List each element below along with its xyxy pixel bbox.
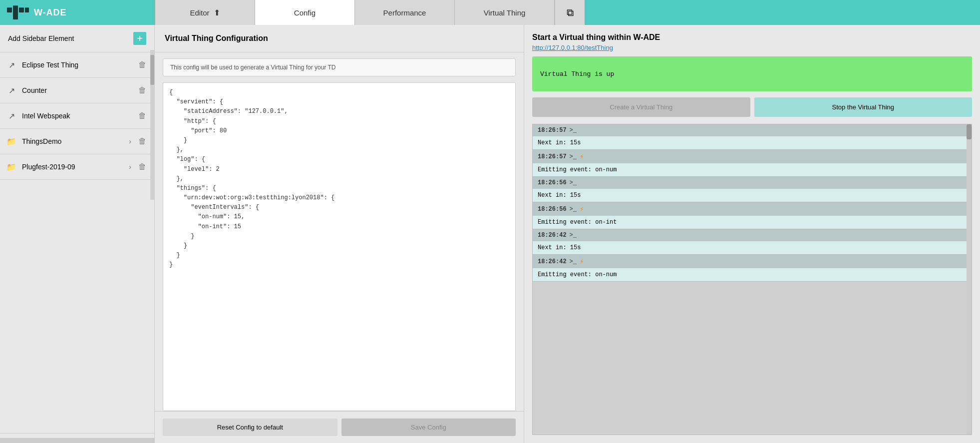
tab-config[interactable]: Config xyxy=(255,0,355,25)
log-header-3: 18:26:56 >_⚡ xyxy=(533,202,972,216)
sidebar-item-plugfest[interactable]: 📁 Plugfest-2019-09 › 🗑 xyxy=(0,154,154,180)
log-time-3: 18:26:56 xyxy=(538,206,567,213)
sidebar-item-eclipse-test-thing[interactable]: ↗ Eclipse Test Thing 🗑 xyxy=(0,52,154,78)
log-header-4: 18:26:42 >_ xyxy=(533,229,972,241)
top-bar: W-ADE Editor ⬆ Config Performance Virtua… xyxy=(0,0,980,25)
log-scrollbar[interactable] xyxy=(967,124,972,435)
tab-virtual-thing[interactable]: Virtual Thing xyxy=(455,0,555,25)
log-entry-5: 18:26:42 >_⚡Emitting event: on-num xyxy=(533,255,972,282)
delete-icon-4[interactable]: 🗑 xyxy=(136,161,148,172)
sidebar-scrollbar-thumb xyxy=(150,55,154,85)
sidebar-item-label-0: Eclipse Test Thing xyxy=(22,61,131,69)
log-body-4: Next in: 15s xyxy=(533,241,972,254)
log-prompt-icon-4: >_ xyxy=(570,232,577,239)
link-icon-2: ↗ xyxy=(6,111,17,121)
add-sidebar-button[interactable]: Add Sidebar Element + xyxy=(0,25,154,52)
sidebar-item-things-demo[interactable]: 📁 ThingsDemo › 🗑 xyxy=(0,129,154,154)
action-buttons: Create a Virtual Thing Stop the Virtual … xyxy=(532,97,972,117)
main-area: Add Sidebar Element + ↗ Eclipse Test Thi… xyxy=(0,25,980,443)
add-sidebar-label: Add Sidebar Element xyxy=(8,34,74,42)
config-hint: This config will be used to generate a V… xyxy=(163,58,516,76)
log-body-3: Emitting event: on-int xyxy=(533,216,972,229)
svg-rect-0 xyxy=(7,7,12,12)
link-icon-0: ↗ xyxy=(6,60,17,70)
logo-area: W-ADE xyxy=(0,0,155,25)
sidebar-horizontal-scroll[interactable] xyxy=(0,438,154,443)
log-body-2: Next in: 15s xyxy=(533,189,972,202)
right-icon-area[interactable]: ⧉ xyxy=(555,0,585,25)
delete-icon-2[interactable]: 🗑 xyxy=(136,110,148,121)
log-scrollbar-thumb xyxy=(967,124,972,139)
log-entry-1: 18:26:57 >_⚡Emitting event: on-num xyxy=(533,150,972,177)
log-flash-icon-5: ⚡ xyxy=(580,257,584,266)
config-title: Virtual Thing Configuration xyxy=(165,34,268,42)
config-hint-text: This config will be used to generate a V… xyxy=(170,64,336,71)
content-area: Virtual Thing Configuration This config … xyxy=(155,25,980,443)
tab-editor-label: Editor xyxy=(190,8,209,17)
tab-editor[interactable]: Editor ⬆ xyxy=(155,0,255,25)
sidebar: Add Sidebar Element + ↗ Eclipse Test Thi… xyxy=(0,25,155,443)
sidebar-item-label-1: Counter xyxy=(22,86,131,94)
reset-config-button[interactable]: Reset Config to default xyxy=(163,419,337,436)
sidebar-item-intel-webspeak[interactable]: ↗ Intel Webspeak 🗑 xyxy=(0,103,154,129)
log-header-0: 18:26:57 >_ xyxy=(533,124,972,136)
tabs-area: Editor ⬆ Config Performance Virtual Thin… xyxy=(155,0,980,25)
sidebar-item-label-4: Plugfest-2019-09 xyxy=(22,163,124,171)
link-icon-1: ↗ xyxy=(6,86,17,95)
log-prompt-icon-5: >_ xyxy=(570,258,577,265)
status-text: Virtual Thing is up xyxy=(540,70,614,78)
sidebar-item-label-2: Intel Webspeak xyxy=(22,112,131,120)
tab-performance-label: Performance xyxy=(383,8,426,17)
log-time-5: 18:26:42 xyxy=(538,258,567,265)
virtual-link[interactable]: http://127.0.0.1:80/testThing xyxy=(532,44,613,51)
create-virtual-thing-button: Create a Virtual Thing xyxy=(532,97,750,117)
sidebar-scrollbar[interactable] xyxy=(150,50,154,200)
sidebar-item-label-3: ThingsDemo xyxy=(22,137,124,145)
folder-icon-3: 📁 xyxy=(6,137,17,146)
log-header-1: 18:26:57 >_⚡ xyxy=(533,150,972,163)
virtual-title: Start a Virtual thing within W-ADE xyxy=(532,33,972,42)
tab-config-label: Config xyxy=(294,8,316,17)
plus-icon: + xyxy=(133,32,146,45)
svg-rect-3 xyxy=(25,7,29,12)
log-time-2: 18:26:56 xyxy=(538,179,567,186)
log-area[interactable]: 18:26:57 >_Next in: 15s18:26:57 >_⚡Emitt… xyxy=(532,124,972,435)
sidebar-item-counter[interactable]: ↗ Counter 🗑 xyxy=(0,78,154,103)
chevron-icon-4: › xyxy=(129,163,131,171)
log-prompt-icon-1: >_ xyxy=(570,153,577,160)
log-prompt-icon-0: >_ xyxy=(570,127,577,134)
virtual-panel: Start a Virtual thing within W-ADE http:… xyxy=(524,25,980,443)
log-body-5: Emitting event: on-num xyxy=(533,268,972,281)
log-flash-icon-3: ⚡ xyxy=(580,205,584,213)
log-body-1: Emitting event: on-num xyxy=(533,163,972,176)
svg-rect-1 xyxy=(13,5,18,19)
log-time-0: 18:26:57 xyxy=(538,127,567,134)
logo-icon xyxy=(7,5,29,19)
stop-virtual-thing-button[interactable]: Stop the Virtual Thing xyxy=(754,97,973,117)
log-entry-4: 18:26:42 >_Next in: 15s xyxy=(533,229,972,255)
folder-icon-4: 📁 xyxy=(6,162,17,172)
copy-icon: ⧉ xyxy=(567,7,574,18)
tab-performance[interactable]: Performance xyxy=(355,0,455,25)
log-header-2: 18:26:56 >_ xyxy=(533,177,972,189)
config-footer: Reset Config to default Save Config xyxy=(155,411,524,443)
log-time-4: 18:26:42 xyxy=(538,232,567,239)
log-header-5: 18:26:42 >_⚡ xyxy=(533,255,972,268)
chevron-icon-3: › xyxy=(129,137,131,145)
virtual-header: Start a Virtual thing within W-ADE http:… xyxy=(532,33,972,51)
config-header: Virtual Thing Configuration xyxy=(155,25,524,52)
tab-virtual-thing-label: Virtual Thing xyxy=(484,8,526,17)
sidebar-list: ↗ Eclipse Test Thing 🗑 ↗ Counter 🗑 ↗ Int… xyxy=(0,52,154,433)
save-icon: ⬆ xyxy=(214,8,220,17)
sidebar-bottom xyxy=(0,433,154,443)
config-editor[interactable]: { "servient": { "staticAddress": "127.0.… xyxy=(163,82,516,411)
log-prompt-icon-2: >_ xyxy=(570,179,577,186)
app-title: W-ADE xyxy=(34,7,67,18)
delete-icon-3[interactable]: 🗑 xyxy=(136,136,148,147)
svg-rect-2 xyxy=(19,7,24,12)
log-flash-icon-1: ⚡ xyxy=(580,152,584,161)
delete-icon-1[interactable]: 🗑 xyxy=(136,85,148,96)
delete-icon-0[interactable]: 🗑 xyxy=(136,59,148,70)
log-body-0: Next in: 15s xyxy=(533,136,972,149)
log-entry-3: 18:26:56 >_⚡Emitting event: on-int xyxy=(533,202,972,229)
